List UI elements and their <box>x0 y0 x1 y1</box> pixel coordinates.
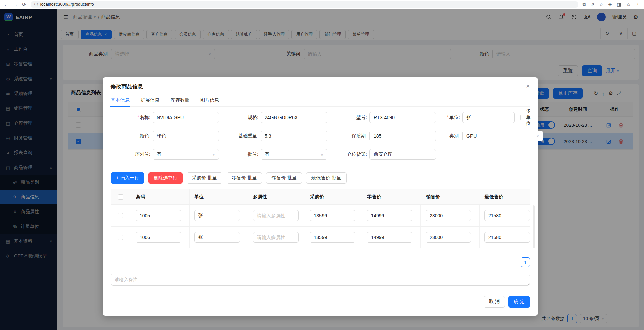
modal-pagination: 1 <box>521 257 530 267</box>
chevron-down-icon: ∨ <box>321 153 323 156</box>
sale-price-input[interactable] <box>426 232 471 243</box>
purchase-price-input[interactable] <box>310 210 355 221</box>
delete-selected-button[interactable]: 删除选中行 <box>148 172 183 184</box>
extensions-puzzle-icon[interactable]: ✚ <box>608 2 612 7</box>
weight-field: 基础重量: <box>219 131 327 141</box>
url-bar[interactable]: ⓘ localhost:3000/#/product/info <box>31 1 578 8</box>
weight-input[interactable] <box>261 131 327 141</box>
purchase-price-input[interactable] <box>310 232 355 243</box>
category-field: 类别: GPU ∨ <box>421 131 543 141</box>
required-mark: * <box>447 114 449 120</box>
barcode-input[interactable] <box>136 232 181 243</box>
required-mark: * <box>137 114 139 120</box>
unit-field: *单位: <box>421 112 515 123</box>
close-icon[interactable]: ✕ <box>524 82 531 91</box>
tab-image-info[interactable]: 图片信息 <box>200 94 219 106</box>
url-text: localhost:3000/#/product/info <box>40 2 94 7</box>
unit-input[interactable] <box>194 232 240 243</box>
color-input[interactable] <box>153 131 219 141</box>
retail-price-input[interactable] <box>367 210 412 221</box>
column-unit: 单位 <box>190 189 248 204</box>
edit-product-modal: 修改商品信息 ✕ 基本信息 扩展信息 库存数量 图片信息 *名称: 规格: 型号… <box>103 77 538 316</box>
name-field: *名称: <box>111 112 219 123</box>
browser-reload-icon[interactable]: ⟳ <box>22 2 26 7</box>
retail-batch-button[interactable]: 零售价-批量 <box>227 172 262 184</box>
browser-chrome: ← → ⟳ ⓘ localhost:3000/#/product/info ⧉ … <box>0 0 644 9</box>
batch-field: 批号: 有 ∨ <box>219 149 327 160</box>
page-number-button[interactable]: 1 <box>521 257 530 267</box>
bookmark-star-icon[interactable]: ☆ <box>599 2 603 7</box>
modal-form: *名称: 规格: 型号: *单位: 多单位 <box>111 112 530 160</box>
serial-select[interactable]: 有 ∨ <box>153 149 219 160</box>
purchase-batch-button[interactable]: 采购价-批量 <box>187 172 222 184</box>
select-all-checkbox[interactable] <box>118 194 123 200</box>
column-barcode: 条码 <box>131 189 190 204</box>
browser-forward-icon[interactable]: → <box>13 2 18 7</box>
modal-action-buttons: + 插入一行 删除选中行 采购价-批量 零售价-批量 销售价-批量 最低售价-批… <box>111 172 347 184</box>
column-min-price: 最低售价 <box>480 189 530 204</box>
site-info-icon[interactable]: ⓘ <box>34 2 38 7</box>
price-table: 条码 单位 多属性 采购价 零售价 销售价 最低售价 <box>111 189 530 248</box>
chevron-down-icon: ∨ <box>213 153 215 156</box>
barcode-input[interactable] <box>136 210 181 221</box>
category-select[interactable]: GPU ∨ <box>462 131 543 141</box>
price-table-row <box>111 227 530 248</box>
extension-square-icon[interactable]: ◨ <box>617 2 621 7</box>
remark-textarea[interactable] <box>111 274 530 286</box>
shelf-life-field: 保质期: <box>328 131 436 141</box>
column-retail-price: 零售价 <box>362 189 421 204</box>
spec-input[interactable] <box>261 112 327 123</box>
multi-attr-input[interactable] <box>253 232 299 243</box>
min-price-input[interactable] <box>484 210 530 221</box>
unit-input[interactable] <box>462 112 515 123</box>
price-table-row <box>111 205 530 227</box>
rack-input[interactable] <box>369 149 436 160</box>
checkbox[interactable] <box>520 115 523 120</box>
price-table-header: 条码 单位 多属性 采购价 零售价 销售价 最低售价 <box>111 189 530 205</box>
column-purchase-price: 采购价 <box>305 189 362 204</box>
column-sale-price: 销售价 <box>421 189 480 204</box>
column-multi-attr: 多属性 <box>248 189 305 204</box>
min-price-batch-button[interactable]: 最低售价-批量 <box>306 172 347 184</box>
modal-tabs: 基本信息 扩展信息 库存数量 图片信息 <box>111 94 530 107</box>
table-scrollbar[interactable] <box>533 205 535 248</box>
modal-footer: 取 消 确 定 <box>484 296 530 308</box>
rack-field: 仓位货架: <box>328 149 436 160</box>
insert-row-button[interactable]: + 插入一行 <box>111 172 144 184</box>
modal-title: 修改商品信息 <box>111 83 143 90</box>
color-field: 颜色: <box>111 131 219 141</box>
sale-batch-button[interactable]: 销售价-批量 <box>266 172 302 184</box>
translate-icon[interactable]: ⧉ <box>583 2 586 7</box>
browser-toolbar: ⧉ ⇗ ☆ ✚ ◨ ☺ ⋮ <box>583 2 640 7</box>
app-root: W EAIRP ◔ 首页 ⌂ 工作台 ⊟ 零售管理 ⚙ 系统管理 ∨ ⇄ <box>0 9 644 330</box>
unit-input[interactable] <box>194 210 240 221</box>
tab-basic-info[interactable]: 基本信息 <box>111 94 130 106</box>
browser-menu-dots-icon[interactable]: ⋮ <box>636 2 640 7</box>
tab-extend-info[interactable]: 扩展信息 <box>141 94 159 106</box>
extension-cat-icon[interactable]: ☺ <box>626 2 631 7</box>
multi-attr-input[interactable] <box>253 210 299 221</box>
multi-unit-checkbox[interactable]: 多单位 <box>520 112 533 123</box>
confirm-button[interactable]: 确 定 <box>508 296 530 308</box>
row-checkbox[interactable] <box>118 235 123 240</box>
min-price-input[interactable] <box>484 232 530 243</box>
model-field: 型号: <box>328 112 436 123</box>
chevron-down-icon: ∨ <box>537 134 539 138</box>
spec-field: 规格: <box>219 112 327 123</box>
serial-field: 序列号: 有 ∨ <box>111 149 219 160</box>
batch-select[interactable]: 有 ∨ <box>261 149 327 160</box>
tab-stock-quantity[interactable]: 库存数量 <box>170 94 189 106</box>
browser-back-icon[interactable]: ← <box>4 2 9 7</box>
share-icon[interactable]: ⇗ <box>591 2 594 7</box>
row-checkbox[interactable] <box>118 213 123 218</box>
sale-price-input[interactable] <box>426 210 471 221</box>
cancel-button[interactable]: 取 消 <box>484 296 505 308</box>
retail-price-input[interactable] <box>367 232 412 243</box>
name-input[interactable] <box>153 112 219 123</box>
